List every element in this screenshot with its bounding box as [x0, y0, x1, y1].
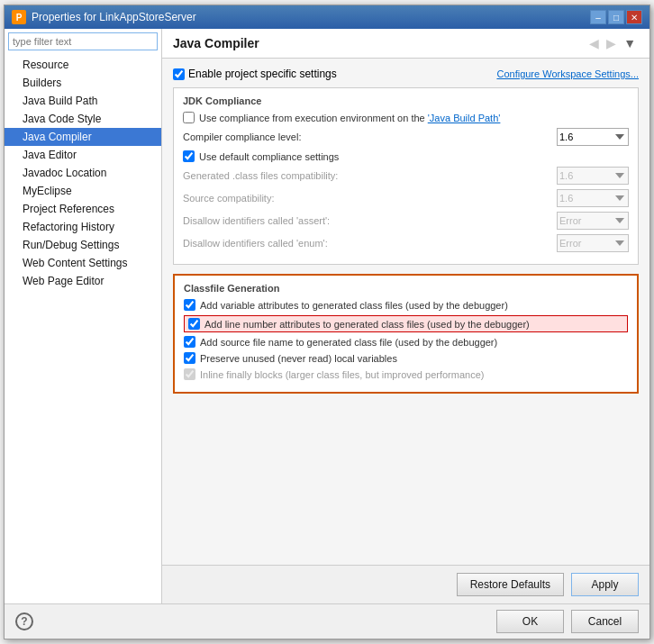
classfile-label-4: Inline finally blocks (larger class file…: [200, 369, 484, 380]
sidebar-item-run/debug-settings[interactable]: Run/Debug Settings: [5, 236, 161, 254]
jdk-title: JDK Compliance: [183, 95, 629, 106]
assert-row: Disallow identifiers called 'assert': Er…: [183, 212, 629, 230]
window-title: Properties for LinkAppStoreServer: [32, 11, 196, 23]
help-icon[interactable]: ?: [15, 612, 33, 630]
sidebar: ResourceBuildersJava Build PathJava Code…: [5, 29, 162, 603]
use-default-label: Use default compliance settings: [199, 151, 339, 162]
enum-dropdown[interactable]: Error: [557, 234, 629, 252]
classfile-checkbox-4[interactable]: [184, 368, 195, 380]
classfile-group: Classfile Generation Add variable attrib…: [173, 274, 639, 394]
content-area: ResourceBuildersJava Build PathJava Code…: [5, 29, 649, 603]
classfile-label-1: Add line number attributes to generated …: [204, 319, 530, 330]
sidebar-item-java-editor[interactable]: Java Editor: [5, 146, 161, 164]
source-dropdown[interactable]: 1.6: [557, 189, 629, 207]
classfile-checkbox-1[interactable]: [188, 318, 200, 330]
sidebar-item-web-page-editor[interactable]: Web Page Editor: [5, 272, 161, 290]
panel-header: Java Compiler ◀ ▶ ▼: [162, 29, 649, 59]
cancel-button[interactable]: Cancel: [571, 610, 639, 633]
panel-content: Enable project specific settings Configu…: [162, 59, 649, 565]
close-button[interactable]: ✕: [626, 10, 642, 24]
jdk-group: JDK Compliance Use compliance from execu…: [173, 87, 639, 265]
sidebar-item-project-references[interactable]: Project References: [5, 200, 161, 218]
compliance-level-label: Compiler compliance level:: [183, 132, 550, 142]
classfile-item-2: Add source file name to generated class …: [184, 336, 628, 348]
sidebar-item-myeclipse[interactable]: MyEclipse: [5, 182, 161, 200]
sidebar-item-java-compiler[interactable]: Java Compiler: [5, 128, 161, 146]
dropdown-arrow[interactable]: ▼: [621, 36, 639, 50]
use-compliance-label: Use compliance from execution environmen…: [199, 113, 500, 123]
title-bar: P Properties for LinkAppStoreServer – □ …: [5, 5, 649, 29]
sidebar-item-web-content-settings[interactable]: Web Content Settings: [5, 254, 161, 272]
assert-dropdown[interactable]: Error: [557, 212, 629, 230]
main-window: P Properties for LinkAppStoreServer – □ …: [4, 5, 650, 639]
assert-label: Disallow identifiers called 'assert':: [183, 215, 550, 226]
nav-arrows: ◀ ▶ ▼: [586, 36, 639, 50]
classfile-label-0: Add variable attributes to generated cla…: [200, 300, 508, 311]
source-row: Source compatibility: 1.6: [183, 189, 629, 207]
classfile-checkbox-3[interactable]: [184, 352, 195, 364]
classfile-item-3: Preserve unused (never read) local varia…: [184, 352, 628, 364]
classfile-label-3: Preserve unused (never read) local varia…: [200, 353, 397, 364]
classfile-item-0: Add variable attributes to generated cla…: [184, 299, 628, 311]
generated-label: Generated .class files compatibility:: [183, 170, 550, 181]
forward-arrow[interactable]: ▶: [604, 36, 619, 50]
window-icon: P: [12, 10, 26, 24]
minimize-button[interactable]: –: [590, 10, 606, 24]
sidebar-item-java-build-path[interactable]: Java Build Path: [5, 92, 161, 110]
footer-bar: Restore Defaults Apply: [162, 565, 649, 603]
compliance-level-row: Compiler compliance level: 1.6: [183, 128, 629, 146]
classfile-checkbox-0[interactable]: [184, 299, 195, 311]
enable-left: Enable project specific settings: [173, 68, 337, 80]
bottom-bar: ? OK Cancel: [5, 603, 649, 639]
use-default-checkbox[interactable]: [183, 150, 195, 162]
classfile-title: Classfile Generation: [184, 283, 628, 294]
filter-input[interactable]: [8, 32, 158, 50]
sidebar-item-javadoc-location[interactable]: Javadoc Location: [5, 164, 161, 182]
enable-checkbox[interactable]: [173, 68, 185, 80]
enum-row: Disallow identifiers called 'enum': Erro…: [183, 234, 629, 252]
generated-row: Generated .class files compatibility: 1.…: [183, 167, 629, 185]
sidebar-item-refactoring-history[interactable]: Refactoring History: [5, 218, 161, 236]
title-bar-left: P Properties for LinkAppStoreServer: [12, 10, 196, 24]
apply-button[interactable]: Apply: [571, 573, 639, 596]
compliance-level-dropdown[interactable]: 1.6: [557, 128, 629, 146]
enable-label: Enable project specific settings: [188, 68, 337, 80]
classfile-item-1: Add line number attributes to generated …: [184, 315, 628, 332]
restore-button[interactable]: □: [608, 10, 624, 24]
configure-workspace-link[interactable]: Configure Workspace Settings...: [496, 68, 639, 79]
enable-row: Enable project specific settings Configu…: [173, 68, 639, 80]
title-buttons: – □ ✕: [590, 10, 642, 24]
enum-label: Disallow identifiers called 'enum':: [183, 238, 550, 249]
panel-title: Java Compiler: [173, 36, 259, 50]
use-compliance-row: Use compliance from execution environmen…: [183, 112, 629, 123]
source-label: Source compatibility:: [183, 193, 550, 204]
sidebar-item-builders[interactable]: Builders: [5, 74, 161, 92]
main-panel: Java Compiler ◀ ▶ ▼ Enable project speci…: [162, 29, 649, 603]
java-build-path-link[interactable]: 'Java Build Path': [428, 113, 501, 123]
classfile-item-4: Inline finally blocks (larger class file…: [184, 368, 628, 380]
back-arrow[interactable]: ◀: [586, 36, 602, 50]
use-default-row: Use default compliance settings: [183, 150, 629, 162]
restore-defaults-button[interactable]: Restore Defaults: [457, 573, 564, 596]
sidebar-item-java-code-style[interactable]: Java Code Style: [5, 110, 161, 128]
nav-list: ResourceBuildersJava Build PathJava Code…: [5, 54, 161, 603]
ok-button[interactable]: OK: [496, 610, 564, 633]
sidebar-item-resource[interactable]: Resource: [5, 56, 161, 74]
bottom-buttons: OK Cancel: [496, 610, 639, 633]
classfile-label-2: Add source file name to generated class …: [200, 337, 497, 348]
classfile-checkbox-2[interactable]: [184, 336, 195, 348]
generated-dropdown[interactable]: 1.6: [557, 167, 629, 185]
use-compliance-checkbox[interactable]: [183, 112, 195, 123]
